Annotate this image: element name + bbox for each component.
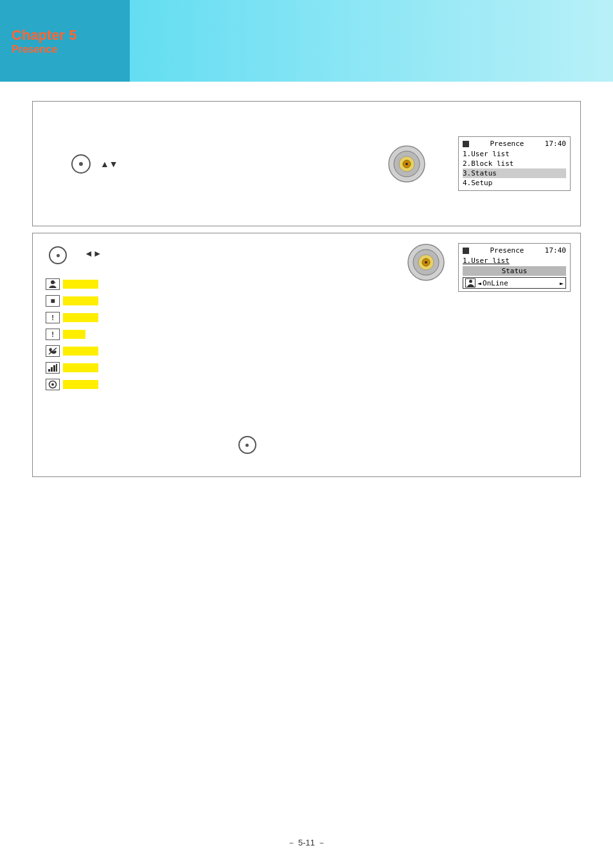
joystick-icon xyxy=(387,145,426,183)
yellow-bar-7 xyxy=(63,380,98,389)
icon-row-5 xyxy=(46,345,98,357)
phone-menu-item-1: 1.User list xyxy=(463,149,566,159)
phone-menu-item-2: 2.Block list xyxy=(463,159,566,168)
phone-title-1: Presence xyxy=(490,140,524,148)
phone-menu-p2-item1: 1.User list xyxy=(463,256,566,266)
online-arrow-left: ◄ xyxy=(477,280,481,287)
online-arrow-right: ► xyxy=(560,280,564,287)
icon-row-6 xyxy=(46,362,98,374)
phone-time-2: 17:40 xyxy=(545,246,566,255)
status-icon-3: ! xyxy=(46,312,60,323)
p2-joystick-icon xyxy=(407,243,445,284)
icon-row-4: ! xyxy=(46,329,98,340)
excl-symbol-1: ! xyxy=(51,314,54,321)
phone-menu-item-4: 4.Setup xyxy=(463,178,566,188)
panel-2: ◄► xyxy=(32,233,581,477)
svg-rect-13 xyxy=(48,369,50,372)
phone-signal-icon-2 xyxy=(463,248,469,254)
enter-dot xyxy=(79,162,83,166)
svg-rect-14 xyxy=(51,367,53,372)
phone-screen-2: Presence 17:40 1.User list Status ◄ OnLi… xyxy=(458,243,571,292)
page-number: － 5-11 － xyxy=(287,837,325,849)
minus-symbol: ■ xyxy=(50,296,55,305)
enter-button-icon xyxy=(71,154,91,174)
yellow-bar-5 xyxy=(63,347,98,356)
panels-container: ▲▼ Pre xyxy=(32,101,581,484)
yellow-bar-3 xyxy=(63,313,98,322)
phone-time-1: 17:40 xyxy=(545,140,566,148)
svg-rect-16 xyxy=(56,364,57,372)
page-header: Chapter 5 Presence xyxy=(0,0,613,82)
p2-enter-icon xyxy=(49,246,67,264)
chapter-subtitle: Presence xyxy=(12,44,118,55)
online-row: ◄ OnLine ► xyxy=(463,277,566,289)
status-popup: Status xyxy=(463,266,566,276)
phone-screen-1: Presence 17:40 1.User list 2.Block list … xyxy=(458,136,571,191)
svg-point-18 xyxy=(51,383,54,386)
excl-symbol-2: ! xyxy=(51,330,54,338)
svg-text:+: + xyxy=(54,280,57,284)
panel-1: ▲▼ Pre xyxy=(32,101,581,226)
chapter-title: Chapter 5 xyxy=(12,27,118,44)
online-text: OnLine xyxy=(483,279,508,287)
updown-arrows: ▲▼ xyxy=(100,159,118,169)
panel-2-left: ◄► xyxy=(42,243,452,467)
svg-rect-15 xyxy=(53,365,55,372)
status-icon-4: ! xyxy=(46,329,60,340)
online-person-icon xyxy=(465,278,475,287)
icon-row-2: ■ xyxy=(46,295,98,307)
yellow-bar-6 xyxy=(63,363,98,372)
icon-row-1: + xyxy=(46,278,98,290)
status-icon-5 xyxy=(46,345,60,357)
icon-row-3: ! xyxy=(46,312,98,323)
phone-title-bar-1: Presence 17:40 xyxy=(463,140,566,148)
main-content: ▲▼ Pre xyxy=(0,82,613,868)
yellow-bar-2 xyxy=(63,296,98,305)
phone-menu-item-3: 3.Status xyxy=(463,168,566,178)
bottom-enter-icon xyxy=(238,436,256,454)
p2-enter-dot xyxy=(57,254,60,257)
phone-title-2: Presence xyxy=(490,246,524,255)
status-icon-2: ■ xyxy=(46,295,60,307)
phone-title-bar-2: Presence 17:40 xyxy=(463,246,566,255)
lr-arrows: ◄► xyxy=(84,248,102,258)
status-icon-1: + xyxy=(46,278,60,290)
svg-point-4 xyxy=(405,163,408,165)
status-icon-6 xyxy=(46,362,60,374)
yellow-bar-1 xyxy=(63,280,98,289)
phone-signal-icon xyxy=(463,141,469,147)
status-icon-7 xyxy=(46,379,60,390)
svg-point-9 xyxy=(425,261,427,264)
panel-1-left: ▲▼ xyxy=(42,111,458,216)
icon-row-7 xyxy=(46,379,98,390)
bottom-enter-dot xyxy=(245,444,249,447)
yellow-bar-4 xyxy=(63,330,85,339)
chapter-header-left: Chapter 5 Presence xyxy=(0,0,130,82)
svg-point-19 xyxy=(469,280,472,283)
status-icons-list: + ■ ! xyxy=(46,278,98,395)
